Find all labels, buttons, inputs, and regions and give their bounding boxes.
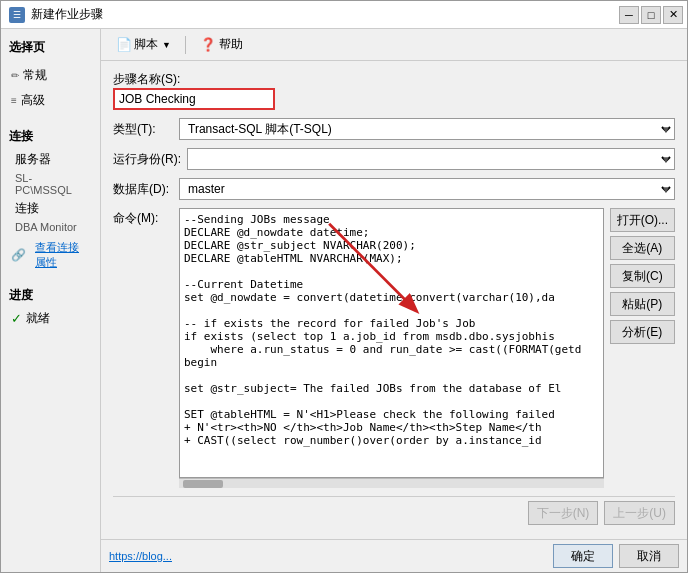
server-value: SL-PC\MSSQL xyxy=(5,170,96,198)
server-label: 服务器 xyxy=(5,149,96,170)
title-bar-left: ☰ 新建作业步骤 xyxy=(9,6,103,23)
database-select-wrapper: master ▼ xyxy=(179,178,675,200)
link-icon: 🔗 xyxy=(11,248,26,262)
sidebar-header: 选择页 xyxy=(5,37,96,58)
scrollbar-thumb xyxy=(183,480,223,488)
step-name-label: 步骤名称(S): xyxy=(113,71,675,88)
step-name-input[interactable] xyxy=(113,88,275,110)
connection-label: 连接 xyxy=(5,198,96,219)
help-button[interactable]: ❓ 帮助 xyxy=(193,33,250,56)
command-section: 命令(M): --Sending JOBs message DECLARE @d… xyxy=(113,208,675,488)
sidebar-item-general[interactable]: ✏ 常规 xyxy=(5,64,96,87)
type-row: 类型(T): Transact-SQL 脚本(T-SQL) ▼ xyxy=(113,118,675,140)
cancel-button[interactable]: 取消 xyxy=(619,544,679,568)
sidebar-item-general-label: 常规 xyxy=(23,67,47,84)
maximize-button[interactable]: □ xyxy=(641,6,661,24)
command-label: 命令(M): xyxy=(113,208,173,488)
command-right: --Sending JOBs message DECLARE @d_nowdat… xyxy=(179,208,675,488)
command-textarea[interactable]: --Sending JOBs message DECLARE @d_nowdat… xyxy=(179,208,604,478)
command-textarea-wrapper: --Sending JOBs message DECLARE @d_nowdat… xyxy=(179,208,604,488)
footer-right: 确定 取消 xyxy=(553,544,679,568)
help-icon: ❓ xyxy=(200,37,216,52)
open-button[interactable]: 打开(O)... xyxy=(610,208,675,232)
footer-link[interactable]: https://blog... xyxy=(109,550,172,562)
run-as-select[interactable] xyxy=(187,148,675,170)
progress-section: 进度 ✓ 就绪 xyxy=(5,285,96,329)
list-icon: ≡ xyxy=(11,95,17,106)
database-label: 数据库(D): xyxy=(113,181,173,198)
dropdown-arrow-icon: ▼ xyxy=(162,40,171,50)
title-buttons: ─ □ ✕ xyxy=(619,6,683,24)
command-buttons: 打开(O)... 全选(A) 复制(C) 粘贴(P) 分析(E) xyxy=(610,208,675,488)
script-icon: 📄 xyxy=(116,37,132,52)
sidebar: 选择页 ✏ 常规 ≡ 高级 连接 服务器 SL-PC\MSSQL 连接 DBA … xyxy=(1,29,101,572)
right-panel: 📄 脚本 ▼ ❓ 帮助 步骤名称(S): 类型( xyxy=(101,29,687,572)
copy-button[interactable]: 复制(C) xyxy=(610,264,675,288)
help-label: 帮助 xyxy=(219,36,243,53)
run-as-label: 运行身份(R): xyxy=(113,151,181,168)
toolbar: 📄 脚本 ▼ ❓ 帮助 xyxy=(101,29,687,61)
title-bar: ☰ 新建作业步骤 ─ □ ✕ xyxy=(1,1,687,29)
run-as-row: 运行身份(R): ▼ xyxy=(113,148,675,170)
ok-button[interactable]: 确定 xyxy=(553,544,613,568)
form-area: 步骤名称(S): 类型(T): Transact-SQL 脚本(T-SQL) ▼ xyxy=(101,61,687,539)
toolbar-separator xyxy=(185,36,186,54)
next-step-button[interactable]: 下一步(N) xyxy=(528,501,599,525)
view-properties-row: 🔗 查看连接属性 xyxy=(5,235,96,275)
close-button[interactable]: ✕ xyxy=(663,6,683,24)
script-label: 脚本 xyxy=(134,36,158,53)
select-all-button[interactable]: 全选(A) xyxy=(610,236,675,260)
progress-status: 就绪 xyxy=(26,310,50,327)
database-select[interactable]: master xyxy=(179,178,675,200)
analyze-button[interactable]: 分析(E) xyxy=(610,320,675,344)
script-dropdown[interactable]: 📄 脚本 ▼ xyxy=(109,33,178,56)
type-select-wrapper: Transact-SQL 脚本(T-SQL) ▼ xyxy=(179,118,675,140)
window-icon: ☰ xyxy=(9,7,25,23)
connection-header: 连接 xyxy=(5,126,96,147)
check-icon: ✓ xyxy=(11,311,22,326)
connection-value: DBA Monitor xyxy=(5,219,96,235)
connection-section: 连接 服务器 SL-PC\MSSQL 连接 DBA Monitor 🔗 查看连接… xyxy=(5,126,96,275)
pencil-icon: ✏ xyxy=(11,70,19,81)
progress-header: 进度 xyxy=(5,285,96,306)
footer: https://blog... 确定 取消 xyxy=(101,539,687,572)
minimize-button[interactable]: ─ xyxy=(619,6,639,24)
main-window: ☰ 新建作业步骤 ─ □ ✕ 选择页 ✏ 常规 ≡ 高级 连接 服务器 xyxy=(0,0,688,573)
progress-status-row: ✓ 就绪 xyxy=(5,308,96,329)
sidebar-item-advanced-label: 高级 xyxy=(21,92,45,109)
run-as-select-wrapper: ▼ xyxy=(187,148,675,170)
database-row: 数据库(D): master ▼ xyxy=(113,178,675,200)
type-select[interactable]: Transact-SQL 脚本(T-SQL) xyxy=(179,118,675,140)
type-label: 类型(T): xyxy=(113,121,173,138)
sidebar-item-advanced[interactable]: ≡ 高级 xyxy=(5,89,96,112)
view-properties-link[interactable]: 查看连接属性 xyxy=(29,238,90,272)
bottom-nav-row: 下一步(N) 上一步(U) xyxy=(113,496,675,529)
prev-step-button[interactable]: 上一步(U) xyxy=(604,501,675,525)
main-content: 选择页 ✏ 常规 ≡ 高级 连接 服务器 SL-PC\MSSQL 连接 DBA … xyxy=(1,29,687,572)
step-name-section: 步骤名称(S): xyxy=(113,71,675,110)
window-title: 新建作业步骤 xyxy=(31,6,103,23)
paste-button[interactable]: 粘贴(P) xyxy=(610,292,675,316)
command-h-scrollbar[interactable] xyxy=(179,478,604,488)
